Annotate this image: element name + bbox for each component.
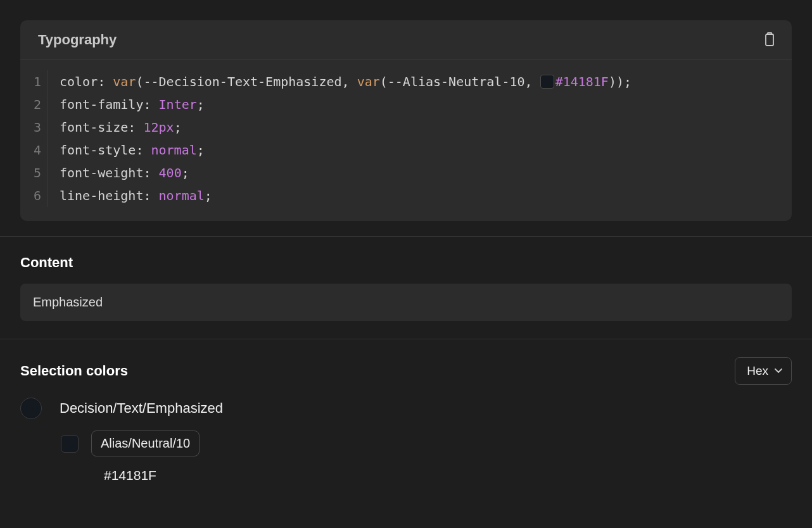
color-row-primary[interactable]: Decision/Text/Emphasized — [20, 398, 792, 419]
alias-label: Alias/Neutral/10 — [101, 436, 190, 450]
code-line: color: var(--Decision-Text-Emphasized, v… — [60, 70, 792, 93]
color-swatch — [61, 435, 79, 453]
color-swatch-inline — [540, 75, 554, 89]
content-section-title: Content — [20, 255, 73, 271]
selection-colors-header: Selection colors Hex — [20, 357, 792, 385]
line-number-gutter: 123456 — [20, 70, 48, 207]
line-number: 3 — [20, 116, 41, 139]
line-number: 5 — [20, 161, 41, 184]
alias-chip[interactable]: Alias/Neutral/10 — [91, 431, 200, 456]
code-header-title: Typography — [38, 32, 117, 48]
line-number: 2 — [20, 93, 41, 116]
copy-icon[interactable] — [763, 32, 777, 48]
code-line: font-size: 12px; — [60, 116, 792, 139]
typography-code-panel: Typography 123456 color: var(--Decision-… — [20, 20, 792, 221]
line-number: 6 — [20, 184, 41, 207]
color-hex-value: #14181F — [104, 468, 156, 482]
selection-colors-section: Selection colors Hex Decision/Text/Empha… — [0, 339, 812, 501]
inspector-panel: Typography 123456 color: var(--Decision-… — [0, 20, 812, 501]
svg-rect-0 — [766, 34, 773, 46]
content-value: Emphasized — [33, 295, 103, 309]
color-format-value: Hex — [747, 364, 768, 378]
color-hex-row: #14181F — [20, 468, 792, 483]
content-value-box[interactable]: Emphasized — [20, 284, 792, 321]
color-format-select[interactable]: Hex — [735, 357, 792, 385]
line-number: 4 — [20, 139, 41, 161]
code-content[interactable]: color: var(--Decision-Text-Emphasized, v… — [48, 70, 792, 207]
code-header: Typography — [20, 20, 792, 60]
code-line: font-style: normal; — [60, 139, 792, 161]
code-body: 123456 color: var(--Decision-Text-Emphas… — [20, 60, 792, 221]
color-label: Decision/Text/Emphasized — [60, 400, 223, 417]
color-list: Decision/Text/Emphasized Alias/Neutral/1… — [20, 398, 792, 483]
code-line: font-family: Inter; — [60, 93, 792, 116]
chevron-down-icon — [775, 367, 782, 375]
line-number: 1 — [20, 70, 41, 93]
color-swatch — [20, 398, 42, 419]
content-section: Content Emphasized — [0, 236, 812, 339]
content-section-header: Content — [20, 255, 792, 271]
code-line: font-weight: 400; — [60, 161, 792, 184]
color-row-alias[interactable]: Alias/Neutral/10 — [20, 431, 792, 456]
code-line: line-height: normal; — [60, 184, 792, 207]
selection-colors-title: Selection colors — [20, 363, 128, 379]
